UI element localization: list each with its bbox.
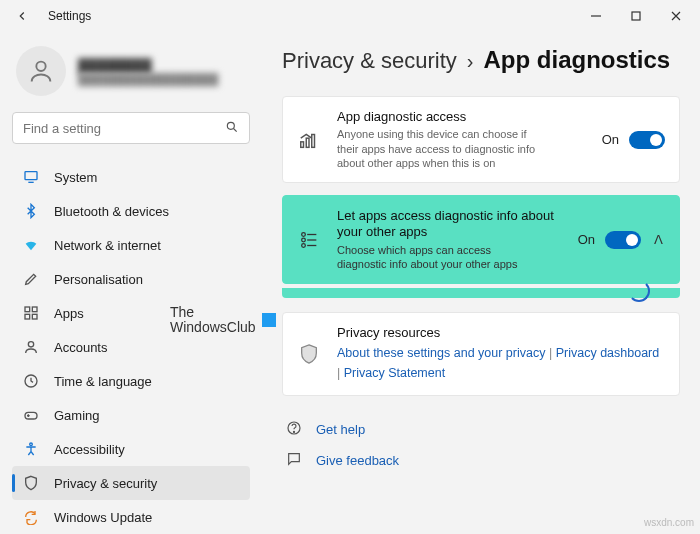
sidebar-item-label: Gaming [54, 408, 100, 423]
apps-icon [22, 304, 40, 322]
give-feedback-link[interactable]: Give feedback [282, 445, 680, 476]
toggle-state: On [578, 232, 595, 247]
svg-point-27 [293, 432, 294, 433]
accounts-icon [22, 338, 40, 356]
sidebar-item-label: Privacy & security [54, 476, 157, 491]
sidebar-item-accessibility[interactable]: Accessibility [12, 432, 250, 466]
card-title: Let apps access diagnostic info about yo… [337, 208, 562, 241]
link-privacy-dashboard[interactable]: Privacy dashboard [556, 346, 660, 360]
chevron-up-icon[interactable]: ᐱ [651, 232, 665, 247]
expanded-region [282, 288, 680, 298]
sidebar-item-bluetooth[interactable]: Bluetooth & devices [12, 194, 250, 228]
sidebar-item-privacy[interactable]: Privacy & security [12, 466, 250, 500]
sidebar-item-label: Accessibility [54, 442, 125, 457]
card-apps-diagnostic[interactable]: Let apps access diagnostic info about yo… [282, 195, 680, 284]
svg-rect-1 [632, 12, 640, 20]
svg-rect-8 [32, 307, 37, 312]
card-diagnostic-access[interactable]: App diagnostic access Anyone using this … [282, 96, 680, 183]
sidebar-item-label: Time & language [54, 374, 152, 389]
card-privacy-resources: Privacy resources About these settings a… [282, 312, 680, 396]
svg-rect-13 [25, 412, 37, 419]
card-title: App diagnostic access [337, 109, 586, 125]
wifi-icon [22, 236, 40, 254]
svg-point-2 [36, 62, 45, 71]
profile-block[interactable]: ████████ ██████████████████ [12, 40, 250, 112]
sidebar-item-network[interactable]: Network & internet [12, 228, 250, 262]
clock-icon [22, 372, 40, 390]
profile-name: ████████ [78, 58, 218, 73]
card-desc: Choose which apps can access diagnostic … [337, 243, 537, 272]
bluetooth-icon [22, 202, 40, 220]
sidebar-item-accounts[interactable]: Accounts [12, 330, 250, 364]
breadcrumb: Privacy & security › App diagnostics [282, 46, 680, 74]
sidebar-item-label: Network & internet [54, 238, 161, 253]
system-icon [22, 168, 40, 186]
link-privacy-statement[interactable]: Privacy Statement [344, 366, 445, 380]
sidebar-item-personalisation[interactable]: Personalisation [12, 262, 250, 296]
svg-line-4 [234, 128, 237, 131]
sidebar-item-gaming[interactable]: Gaming [12, 398, 250, 432]
maximize-button[interactable] [616, 2, 656, 30]
svg-rect-9 [25, 314, 30, 319]
sidebar-item-label: Personalisation [54, 272, 143, 287]
close-button[interactable] [656, 2, 696, 30]
breadcrumb-parent[interactable]: Privacy & security [282, 48, 457, 74]
shield-icon [22, 474, 40, 492]
gaming-icon [22, 406, 40, 424]
card-title: Privacy resources [337, 325, 665, 341]
sidebar-item-time[interactable]: Time & language [12, 364, 250, 398]
search-input[interactable] [23, 121, 225, 136]
minimize-button[interactable] [576, 2, 616, 30]
svg-rect-7 [25, 307, 30, 312]
toggle-state: On [602, 132, 619, 147]
sidebar-item-system[interactable]: System [12, 160, 250, 194]
sidebar-item-label: Windows Update [54, 510, 152, 525]
sidebar: ████████ ██████████████████ System Bluet… [0, 32, 260, 534]
svg-rect-18 [306, 138, 309, 147]
brush-icon [22, 270, 40, 288]
svg-point-16 [30, 443, 33, 446]
sidebar-item-label: Accounts [54, 340, 107, 355]
sidebar-item-label: Bluetooth & devices [54, 204, 169, 219]
svg-rect-10 [32, 314, 37, 319]
svg-rect-17 [301, 141, 304, 147]
apps-diagnostic-icon [297, 228, 321, 252]
site-watermark: wsxdn.com [644, 517, 694, 528]
nav-list: System Bluetooth & devices Network & int… [12, 160, 250, 534]
svg-point-3 [227, 122, 234, 129]
link-about-settings[interactable]: About these settings and your privacy [337, 346, 545, 360]
svg-rect-19 [312, 134, 315, 147]
toggle-diagnostic-access[interactable] [629, 131, 665, 149]
svg-point-22 [302, 243, 306, 247]
diagnostic-access-icon [297, 128, 321, 152]
search-box[interactable] [12, 112, 250, 144]
feedback-icon [286, 451, 302, 470]
sidebar-item-label: System [54, 170, 97, 185]
help-icon [286, 420, 302, 439]
link-label: Get help [316, 422, 365, 437]
sidebar-item-apps[interactable]: Apps [12, 296, 250, 330]
breadcrumb-separator: › [467, 50, 474, 73]
titlebar: Settings [0, 0, 700, 32]
get-help-link[interactable]: Get help [282, 414, 680, 445]
sidebar-item-label: Apps [54, 306, 84, 321]
sidebar-item-update[interactable]: Windows Update [12, 500, 250, 534]
toggle-apps-diagnostic[interactable] [605, 231, 641, 249]
card-desc: Anyone using this device can choose if t… [337, 127, 537, 170]
link-label: Give feedback [316, 453, 399, 468]
privacy-shield-icon [297, 342, 321, 366]
page-title: App diagnostics [484, 46, 671, 74]
svg-point-20 [302, 232, 306, 236]
accessibility-icon [22, 440, 40, 458]
window-title: Settings [48, 9, 91, 23]
avatar [16, 46, 66, 96]
update-icon [22, 508, 40, 526]
svg-point-21 [302, 238, 306, 242]
back-button[interactable] [8, 2, 36, 30]
profile-email: ██████████████████ [78, 73, 218, 85]
svg-point-11 [28, 342, 33, 347]
main-panel: Privacy & security › App diagnostics App… [260, 32, 700, 534]
search-icon [225, 120, 239, 137]
svg-rect-5 [25, 172, 37, 180]
